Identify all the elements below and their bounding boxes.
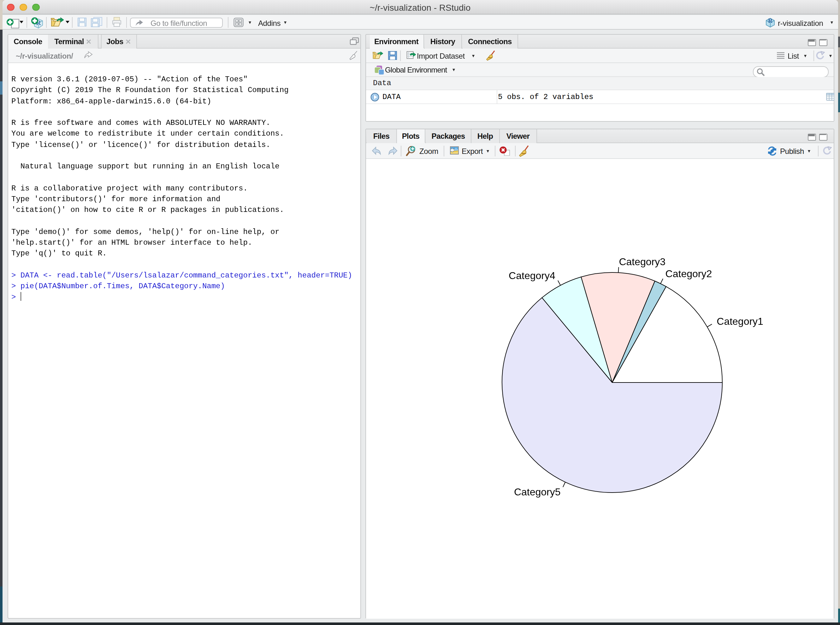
svg-text:R: R (768, 18, 772, 24)
svg-text:Category4: Category4 (509, 270, 555, 281)
svg-text:Category2: Category2 (665, 268, 712, 279)
svg-text:Category1: Category1 (717, 316, 763, 327)
svg-text:Category3: Category3 (619, 256, 665, 267)
svg-text:Category5: Category5 (514, 486, 561, 498)
